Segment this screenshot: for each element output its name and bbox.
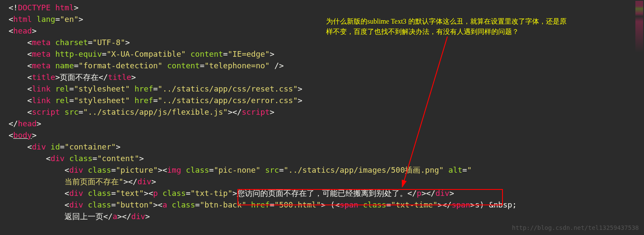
tip-text: 您访问的页面不存在了，可能已经搬离到别处了。 bbox=[237, 189, 407, 198]
annotation-text: 为什么新版的sublime Text3 的默认字体这么丑，就算在设置里改了字体，… bbox=[326, 16, 636, 37]
html-tag: html bbox=[13, 15, 32, 24]
body-tag: body bbox=[13, 131, 32, 140]
minimap[interactable] bbox=[635, 1, 643, 52]
watermark-text: http://blog.csdn.net/tel13259437538 bbox=[512, 223, 639, 232]
doctype-keyword: DOCTYPE html bbox=[18, 3, 74, 12]
title-text: 页面不存在 bbox=[60, 73, 99, 82]
head-tag: head bbox=[13, 26, 32, 35]
